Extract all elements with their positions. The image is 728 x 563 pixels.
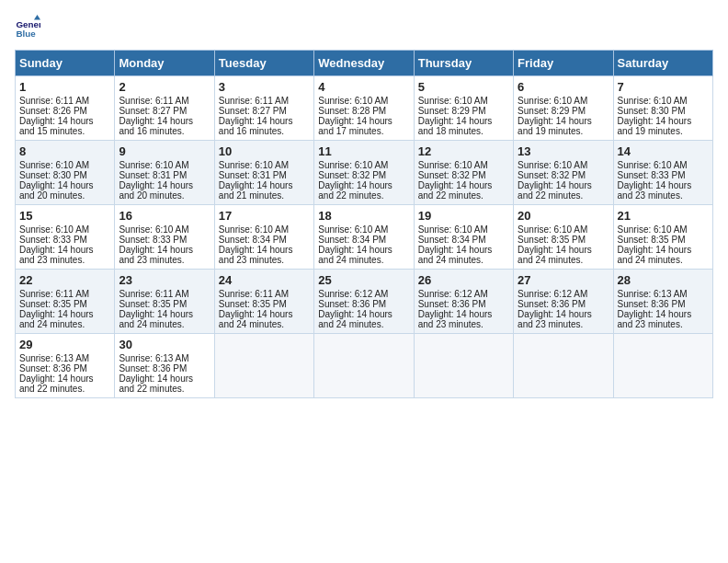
- weekday-header: Sunday: [16, 51, 115, 76]
- daylight-label: Daylight: 14 hours and 24 minutes.: [19, 309, 94, 329]
- sunset-label: Sunset: 8:33 PM: [19, 235, 87, 245]
- day-number: 4: [318, 80, 409, 94]
- sunrise-label: Sunrise: 6:10 AM: [19, 160, 89, 170]
- sunrise-label: Sunrise: 6:10 AM: [318, 160, 388, 170]
- calendar-cell: 22 Sunrise: 6:11 AM Sunset: 8:35 PM Dayl…: [16, 270, 115, 334]
- sunset-label: Sunset: 8:31 PM: [119, 170, 187, 180]
- calendar-cell: 6 Sunrise: 6:10 AM Sunset: 8:29 PM Dayli…: [514, 76, 613, 141]
- daylight-label: Daylight: 14 hours and 24 minutes.: [618, 245, 692, 265]
- daylight-label: Daylight: 14 hours and 22 minutes.: [19, 373, 94, 394]
- sunset-label: Sunset: 8:35 PM: [19, 299, 87, 309]
- sunset-label: Sunset: 8:35 PM: [219, 299, 287, 309]
- day-number: 3: [219, 80, 310, 94]
- weekday-header: Monday: [115, 51, 214, 76]
- day-number: 22: [19, 273, 110, 287]
- svg-text:Blue: Blue: [16, 29, 36, 39]
- daylight-label: Daylight: 14 hours and 24 minutes.: [318, 245, 392, 265]
- logo-icon: General Blue: [15, 15, 40, 40]
- sunrise-label: Sunrise: 6:11 AM: [19, 96, 89, 106]
- weekday-header: Friday: [514, 51, 613, 76]
- day-number: 1: [19, 80, 110, 94]
- day-number: 9: [119, 144, 210, 158]
- calendar-cell: 5 Sunrise: 6:10 AM Sunset: 8:29 PM Dayli…: [414, 76, 513, 141]
- calendar-cell: 11 Sunrise: 6:10 AM Sunset: 8:32 PM Dayl…: [314, 141, 414, 205]
- sunrise-label: Sunrise: 6:10 AM: [219, 160, 289, 170]
- calendar-cell: 27 Sunrise: 6:12 AM Sunset: 8:36 PM Dayl…: [514, 270, 613, 334]
- sunrise-label: Sunrise: 6:10 AM: [19, 224, 89, 235]
- day-number: 20: [518, 209, 609, 223]
- daylight-label: Daylight: 14 hours and 22 minutes.: [318, 180, 392, 201]
- daylight-label: Daylight: 14 hours and 24 minutes.: [219, 309, 293, 329]
- sunset-label: Sunset: 8:27 PM: [119, 106, 187, 116]
- daylight-label: Daylight: 14 hours and 24 minutes.: [418, 245, 493, 265]
- sunset-label: Sunset: 8:26 PM: [19, 106, 87, 116]
- daylight-label: Daylight: 14 hours and 19 minutes.: [618, 116, 692, 136]
- daylight-label: Daylight: 14 hours and 23 minutes.: [618, 309, 692, 329]
- calendar-cell: 9 Sunrise: 6:10 AM Sunset: 8:31 PM Dayli…: [115, 141, 214, 205]
- day-number: 7: [618, 80, 709, 94]
- calendar-cell: 14 Sunrise: 6:10 AM Sunset: 8:33 PM Dayl…: [613, 141, 712, 205]
- calendar-week-row: 8 Sunrise: 6:10 AM Sunset: 8:30 PM Dayli…: [16, 141, 713, 205]
- calendar-body: 1 Sunrise: 6:11 AM Sunset: 8:26 PM Dayli…: [16, 76, 713, 398]
- calendar-cell: 23 Sunrise: 6:11 AM Sunset: 8:35 PM Dayl…: [115, 270, 214, 334]
- calendar-cell: 13 Sunrise: 6:10 AM Sunset: 8:32 PM Dayl…: [514, 141, 613, 205]
- calendar-cell: [414, 334, 513, 398]
- daylight-label: Daylight: 14 hours and 23 minutes.: [119, 245, 193, 265]
- day-number: 28: [618, 273, 709, 287]
- calendar-header-row: SundayMondayTuesdayWednesdayThursdayFrid…: [16, 51, 713, 76]
- daylight-label: Daylight: 14 hours and 24 minutes.: [318, 309, 392, 329]
- sunrise-label: Sunrise: 6:10 AM: [219, 224, 289, 235]
- sunrise-label: Sunrise: 6:13 AM: [119, 353, 188, 363]
- day-number: 13: [518, 144, 609, 158]
- day-number: 18: [318, 209, 409, 223]
- sunrise-label: Sunrise: 6:10 AM: [618, 224, 688, 235]
- sunset-label: Sunset: 8:27 PM: [219, 106, 287, 116]
- day-number: 21: [618, 209, 709, 223]
- sunset-label: Sunset: 8:32 PM: [418, 170, 486, 180]
- sunrise-label: Sunrise: 6:12 AM: [318, 289, 388, 299]
- svg-marker-2: [34, 15, 40, 20]
- sunrise-label: Sunrise: 6:11 AM: [119, 96, 188, 106]
- sunset-label: Sunset: 8:36 PM: [518, 299, 586, 309]
- calendar-cell: 2 Sunrise: 6:11 AM Sunset: 8:27 PM Dayli…: [115, 76, 214, 141]
- logo: General Blue: [15, 15, 40, 40]
- weekday-header: Saturday: [613, 51, 712, 76]
- sunset-label: Sunset: 8:34 PM: [418, 235, 486, 245]
- daylight-label: Daylight: 14 hours and 20 minutes.: [119, 180, 193, 201]
- daylight-label: Daylight: 14 hours and 24 minutes.: [119, 309, 193, 329]
- day-number: 12: [418, 144, 509, 158]
- calendar-week-row: 22 Sunrise: 6:11 AM Sunset: 8:35 PM Dayl…: [16, 270, 713, 334]
- sunset-label: Sunset: 8:36 PM: [618, 299, 686, 309]
- sunset-label: Sunset: 8:28 PM: [318, 106, 386, 116]
- sunrise-label: Sunrise: 6:10 AM: [418, 160, 488, 170]
- day-number: 29: [19, 338, 110, 351]
- daylight-label: Daylight: 14 hours and 20 minutes.: [19, 180, 94, 201]
- day-number: 17: [219, 209, 310, 223]
- calendar-cell: 8 Sunrise: 6:10 AM Sunset: 8:30 PM Dayli…: [16, 141, 115, 205]
- calendar-cell: [514, 334, 613, 398]
- daylight-label: Daylight: 14 hours and 22 minutes.: [119, 373, 193, 394]
- daylight-label: Daylight: 14 hours and 16 minutes.: [219, 116, 293, 136]
- calendar-table: SundayMondayTuesdayWednesdayThursdayFrid…: [15, 50, 713, 398]
- calendar-cell: 3 Sunrise: 6:11 AM Sunset: 8:27 PM Dayli…: [214, 76, 313, 141]
- calendar-cell: [214, 334, 313, 398]
- daylight-label: Daylight: 14 hours and 23 minutes.: [219, 245, 293, 265]
- calendar-cell: 16 Sunrise: 6:10 AM Sunset: 8:33 PM Dayl…: [115, 205, 214, 270]
- sunset-label: Sunset: 8:35 PM: [119, 299, 187, 309]
- calendar-cell: 7 Sunrise: 6:10 AM Sunset: 8:30 PM Dayli…: [613, 76, 712, 141]
- sunrise-label: Sunrise: 6:12 AM: [418, 289, 488, 299]
- sunset-label: Sunset: 8:29 PM: [518, 106, 586, 116]
- sunset-label: Sunset: 8:36 PM: [19, 363, 87, 373]
- sunrise-label: Sunrise: 6:10 AM: [318, 96, 388, 106]
- calendar-cell: 28 Sunrise: 6:13 AM Sunset: 8:36 PM Dayl…: [613, 270, 712, 334]
- day-number: 30: [119, 338, 210, 351]
- sunrise-label: Sunrise: 6:12 AM: [518, 289, 587, 299]
- sunset-label: Sunset: 8:31 PM: [219, 170, 287, 180]
- calendar-cell: 15 Sunrise: 6:10 AM Sunset: 8:33 PM Dayl…: [16, 205, 115, 270]
- sunset-label: Sunset: 8:30 PM: [618, 106, 686, 116]
- daylight-label: Daylight: 14 hours and 21 minutes.: [219, 180, 293, 201]
- sunrise-label: Sunrise: 6:10 AM: [318, 224, 388, 235]
- calendar-cell: [314, 334, 414, 398]
- daylight-label: Daylight: 14 hours and 23 minutes.: [618, 180, 692, 201]
- sunrise-label: Sunrise: 6:10 AM: [418, 224, 488, 235]
